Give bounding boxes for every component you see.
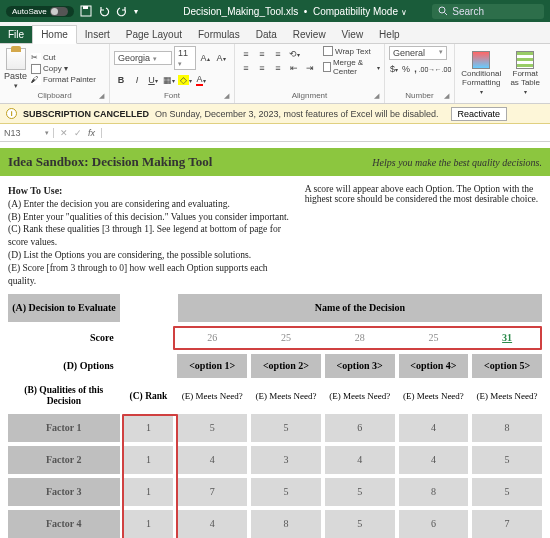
value-cell[interactable]: 4 <box>399 446 469 474</box>
tab-file[interactable]: File <box>0 26 32 43</box>
number-format-select[interactable]: General ▾ <box>389 46 447 60</box>
decrease-decimal-button[interactable]: ←.00 <box>436 62 450 76</box>
value-cell[interactable]: 7 <box>177 478 247 506</box>
merge-center-button[interactable]: Merge & Center ▾ <box>323 58 380 76</box>
value-cell[interactable]: 3 <box>251 446 321 474</box>
option-header-5[interactable]: <option 5> <box>472 354 542 378</box>
option-header-3[interactable]: <option 3> <box>325 354 395 378</box>
paste-button[interactable]: Paste ▾ <box>4 48 27 90</box>
comma-button[interactable]: , <box>413 62 418 76</box>
factor-name-cell[interactable]: Factor 2 <box>8 446 120 474</box>
launcher-icon[interactable]: ◢ <box>224 92 229 100</box>
percent-button[interactable]: % <box>401 62 411 76</box>
factor-name-cell[interactable]: Factor 4 <box>8 510 120 538</box>
value-cell[interactable]: 4 <box>177 446 247 474</box>
option-header-4[interactable]: <option 4> <box>399 354 469 378</box>
rank-cell[interactable]: 1 <box>124 414 174 442</box>
tab-help[interactable]: Help <box>371 26 408 43</box>
cancel-icon[interactable]: ✕ <box>60 128 68 138</box>
autosave-switch[interactable] <box>50 7 68 16</box>
reactivate-button[interactable]: Reactivate <box>451 107 508 121</box>
value-cell[interactable]: 8 <box>251 510 321 538</box>
search-box[interactable]: Search <box>432 4 544 19</box>
align-bottom-button[interactable]: ≡ <box>271 47 285 61</box>
decision-name-cell[interactable]: Name of the Decision <box>178 294 542 322</box>
format-as-table-button[interactable]: Format as Table▾ <box>509 51 541 95</box>
launcher-icon[interactable]: ◢ <box>444 92 449 100</box>
factor-name-cell[interactable]: Factor 3 <box>8 478 120 506</box>
option-header-1[interactable]: <option 1> <box>177 354 247 378</box>
tab-view[interactable]: View <box>334 26 372 43</box>
rank-cell[interactable]: 1 <box>124 446 174 474</box>
rank-cell[interactable]: 1 <box>124 478 174 506</box>
autosave-toggle[interactable]: AutoSave <box>6 6 74 17</box>
option-header-2[interactable]: <option 2> <box>251 354 321 378</box>
underline-button[interactable]: U▾ <box>146 73 160 87</box>
factor-name-cell[interactable]: Factor 1 <box>8 414 120 442</box>
fx-icon[interactable]: fx <box>88 128 95 138</box>
meets-header-3: (E) Meets Need? <box>325 382 395 410</box>
value-cell[interactable]: 5 <box>325 478 395 506</box>
align-top-button[interactable]: ≡ <box>239 47 253 61</box>
value-cell[interactable]: 4 <box>177 510 247 538</box>
tab-home[interactable]: Home <box>32 25 77 44</box>
italic-button[interactable]: I <box>130 73 144 87</box>
name-box[interactable]: N13▾ <box>0 128 54 138</box>
instructions: How To Use: (A) Enter the decision you a… <box>0 176 550 294</box>
align-right-button[interactable]: ≡ <box>271 61 285 75</box>
tab-review[interactable]: Review <box>285 26 334 43</box>
increase-font-button[interactable]: A▴ <box>198 51 212 65</box>
align-center-button[interactable]: ≡ <box>255 61 269 75</box>
copy-button[interactable]: Copy ▾ <box>31 64 96 74</box>
launcher-icon[interactable]: ◢ <box>99 92 104 100</box>
increase-decimal-button[interactable]: .00→ <box>420 62 434 76</box>
redo-icon[interactable] <box>116 5 128 17</box>
undo-icon[interactable] <box>98 5 110 17</box>
align-middle-button[interactable]: ≡ <box>255 47 269 61</box>
font-color-button[interactable]: A▾ <box>194 73 208 87</box>
launcher-icon[interactable]: ◢ <box>374 92 379 100</box>
value-cell[interactable]: 8 <box>399 478 469 506</box>
cut-button[interactable]: ✂Cut <box>31 53 96 63</box>
cut-icon: ✂ <box>31 53 41 63</box>
value-cell[interactable]: 4 <box>399 414 469 442</box>
value-cell[interactable]: 5 <box>472 478 542 506</box>
rank-cell[interactable]: 1 <box>124 510 174 538</box>
tab-insert[interactable]: Insert <box>77 26 118 43</box>
decrease-font-button[interactable]: A▾ <box>214 51 228 65</box>
value-cell[interactable]: 6 <box>399 510 469 538</box>
svg-line-3 <box>445 13 448 16</box>
search-icon <box>438 6 448 16</box>
save-icon[interactable] <box>80 5 92 17</box>
currency-button[interactable]: $▾ <box>389 62 399 76</box>
wrap-text-button[interactable]: Wrap Text <box>323 46 380 56</box>
tab-formulas[interactable]: Formulas <box>190 26 248 43</box>
value-cell[interactable]: 5 <box>472 446 542 474</box>
value-cell[interactable]: 5 <box>177 414 247 442</box>
border-button[interactable]: ▦▾ <box>162 73 176 87</box>
indent-decrease-button[interactable]: ⇤ <box>287 61 301 75</box>
copy-icon <box>31 64 41 74</box>
tab-data[interactable]: Data <box>248 26 285 43</box>
worksheet[interactable]: Idea Sandbox: Decision Making Tool Helps… <box>0 142 550 538</box>
enter-icon[interactable]: ✓ <box>74 128 82 138</box>
value-cell[interactable]: 5 <box>251 478 321 506</box>
indent-increase-button[interactable]: ⇥ <box>303 61 317 75</box>
value-cell[interactable]: 5 <box>251 414 321 442</box>
format-painter-button[interactable]: 🖌Format Painter <box>31 75 96 85</box>
meets-header-4: (E) Meets Need? <box>399 382 469 410</box>
value-cell[interactable]: 6 <box>325 414 395 442</box>
conditional-formatting-button[interactable]: Conditional Formatting▾ <box>459 51 503 95</box>
value-cell[interactable]: 4 <box>325 446 395 474</box>
value-cell[interactable]: 5 <box>325 510 395 538</box>
font-name-select[interactable]: Georgia ▾ <box>114 51 172 65</box>
orientation-button[interactable]: ⟲▾ <box>287 47 301 61</box>
value-cell[interactable]: 7 <box>472 510 542 538</box>
align-left-button[interactable]: ≡ <box>239 61 253 75</box>
tab-pagelayout[interactable]: Page Layout <box>118 26 190 43</box>
wrap-icon <box>323 46 333 56</box>
bold-button[interactable]: B <box>114 73 128 87</box>
font-size-select[interactable]: 11 ▾ <box>174 46 196 70</box>
value-cell[interactable]: 8 <box>472 414 542 442</box>
fill-color-button[interactable]: ◇▾ <box>178 73 192 87</box>
